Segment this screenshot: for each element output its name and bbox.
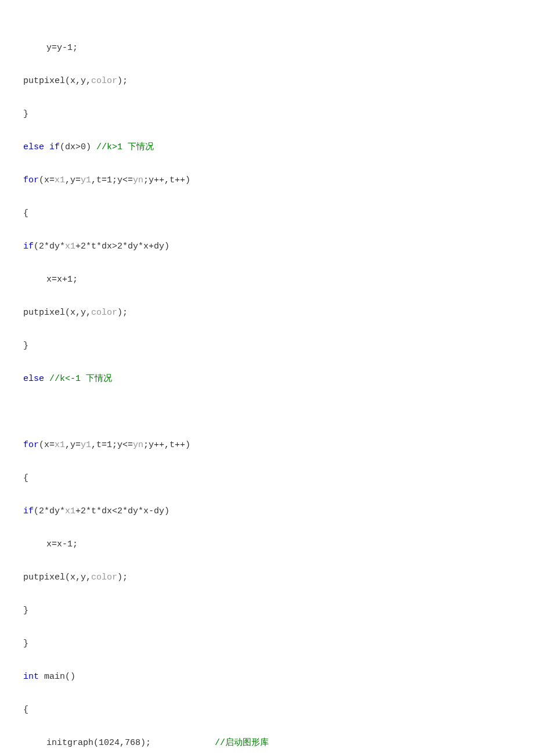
code-line: x=x+1;: [23, 272, 511, 289]
code-line: [23, 404, 511, 421]
code-line: {: [23, 470, 511, 487]
code-line: putpixel(x,y,color);: [23, 570, 511, 586]
code-line: if(2*dy*x1+2*t*dx<2*dy*x-dy): [23, 503, 511, 520]
code-line: else if(dx>0) //k>1 下情况: [23, 139, 511, 156]
code-line: putpixel(x,y,color);: [23, 305, 511, 322]
code-line: }: [23, 338, 511, 355]
code-line: for(x=x1,y=y1,t=1;y<=yn;y++,t++): [23, 172, 511, 189]
code-line: else //k<-1 下情况: [23, 371, 511, 388]
code-line: int main(): [23, 669, 511, 686]
code-line: {: [23, 206, 511, 222]
code-block: y=y-1; putpixel(x,y,color); } else if(dx…: [23, 23, 511, 756]
code-line: for(x=x1,y=y1,t=1;y<=yn;y++,t++): [23, 437, 511, 454]
code-line: x=x-1;: [23, 537, 511, 553]
code-line: initgraph(1024,768);//启动图形库: [23, 735, 511, 752]
code-line: }: [23, 636, 511, 653]
code-line: putpixel(x,y,color);: [23, 73, 511, 90]
code-line: y=y-1;: [23, 40, 511, 57]
code-line: if(2*dy*x1+2*t*dx>2*dy*x+dy): [23, 239, 511, 255]
code-line: {: [23, 702, 511, 719]
code-line: }: [23, 106, 511, 123]
code-line: }: [23, 603, 511, 620]
